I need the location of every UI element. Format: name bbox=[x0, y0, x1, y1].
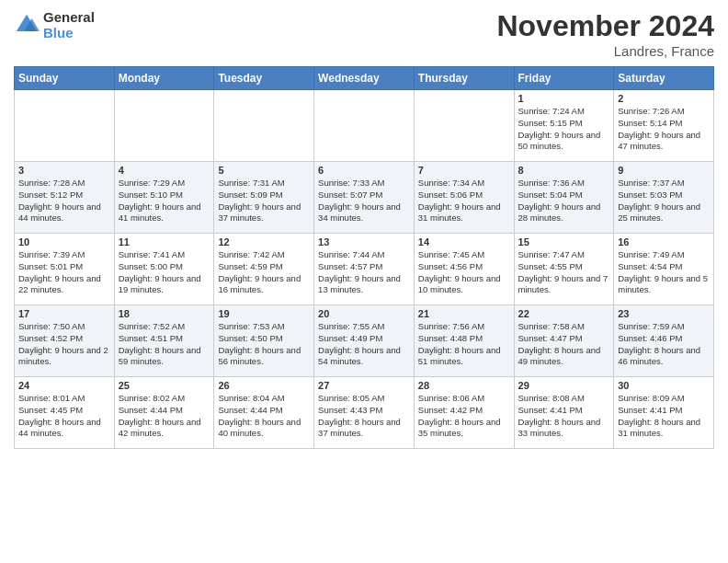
calendar-cell-w3-d6: 15Sunrise: 7:47 AM Sunset: 4:55 PM Dayli… bbox=[514, 234, 614, 305]
calendar-cell-w1-d7: 2Sunrise: 7:26 AM Sunset: 5:14 PM Daylig… bbox=[614, 90, 714, 162]
day-number: 25 bbox=[119, 380, 210, 391]
day-number: 22 bbox=[518, 308, 610, 319]
day-number: 4 bbox=[119, 165, 210, 176]
calendar-cell-w4-d2: 18Sunrise: 7:52 AM Sunset: 4:51 PM Dayli… bbox=[114, 305, 214, 377]
calendar-cell-w5-d7: 30Sunrise: 8:09 AM Sunset: 4:41 PM Dayli… bbox=[614, 377, 714, 449]
day-number: 29 bbox=[518, 380, 610, 391]
header: General Blue November 2024 Landres, Fran… bbox=[14, 9, 714, 59]
calendar-cell-w3-d3: 12Sunrise: 7:42 AM Sunset: 4:59 PM Dayli… bbox=[214, 234, 314, 305]
day-number: 30 bbox=[618, 380, 710, 391]
logo-text: General Blue bbox=[43, 9, 95, 40]
cell-info: Sunrise: 7:37 AM Sunset: 5:03 PM Dayligh… bbox=[618, 178, 710, 224]
page-container: General Blue November 2024 Landres, Fran… bbox=[0, 0, 728, 458]
calendar-cell-w2-d2: 4Sunrise: 7:29 AM Sunset: 5:10 PM Daylig… bbox=[114, 162, 214, 234]
calendar-cell-w1-d6: 1Sunrise: 7:24 AM Sunset: 5:15 PM Daylig… bbox=[514, 90, 614, 162]
cell-info: Sunrise: 7:56 AM Sunset: 4:48 PM Dayligh… bbox=[418, 321, 510, 368]
calendar-cell-w2-d5: 7Sunrise: 7:34 AM Sunset: 5:06 PM Daylig… bbox=[414, 162, 514, 234]
cell-info: Sunrise: 7:29 AM Sunset: 5:10 PM Dayligh… bbox=[119, 178, 210, 224]
week-row-2: 3Sunrise: 7:28 AM Sunset: 5:12 PM Daylig… bbox=[15, 162, 714, 234]
calendar-cell-w2-d6: 8Sunrise: 7:36 AM Sunset: 5:04 PM Daylig… bbox=[514, 162, 614, 234]
week-row-5: 24Sunrise: 8:01 AM Sunset: 4:45 PM Dayli… bbox=[15, 377, 714, 449]
day-number: 2 bbox=[618, 93, 710, 104]
day-number: 5 bbox=[218, 165, 310, 176]
calendar-cell-w3-d5: 14Sunrise: 7:45 AM Sunset: 4:56 PM Dayli… bbox=[414, 234, 514, 305]
cell-info: Sunrise: 7:47 AM Sunset: 4:55 PM Dayligh… bbox=[518, 249, 610, 296]
calendar-table: Sunday Monday Tuesday Wednesday Thursday… bbox=[14, 66, 714, 449]
cell-info: Sunrise: 7:44 AM Sunset: 4:57 PM Dayligh… bbox=[318, 249, 410, 296]
cell-info: Sunrise: 7:39 AM Sunset: 5:01 PM Dayligh… bbox=[18, 249, 110, 296]
calendar-cell-w1-d2 bbox=[114, 90, 214, 162]
day-number: 21 bbox=[418, 308, 510, 319]
cell-info: Sunrise: 7:55 AM Sunset: 4:49 PM Dayligh… bbox=[318, 321, 410, 368]
day-number: 7 bbox=[418, 165, 510, 176]
calendar-cell-w5-d1: 24Sunrise: 8:01 AM Sunset: 4:45 PM Dayli… bbox=[15, 377, 115, 449]
calendar-cell-w4-d1: 17Sunrise: 7:50 AM Sunset: 4:52 PM Dayli… bbox=[15, 305, 115, 377]
cell-info: Sunrise: 7:36 AM Sunset: 5:04 PM Dayligh… bbox=[518, 178, 610, 224]
calendar-cell-w3-d4: 13Sunrise: 7:44 AM Sunset: 4:57 PM Dayli… bbox=[314, 234, 415, 305]
day-number: 12 bbox=[218, 236, 310, 247]
day-number: 15 bbox=[518, 236, 610, 247]
calendar-cell-w4-d7: 23Sunrise: 7:59 AM Sunset: 4:46 PM Dayli… bbox=[614, 305, 714, 377]
col-sunday: Sunday bbox=[15, 67, 115, 90]
cell-info: Sunrise: 8:04 AM Sunset: 4:44 PM Dayligh… bbox=[218, 393, 310, 440]
week-row-4: 17Sunrise: 7:50 AM Sunset: 4:52 PM Dayli… bbox=[15, 305, 714, 377]
calendar-cell-w5-d4: 27Sunrise: 8:05 AM Sunset: 4:43 PM Dayli… bbox=[314, 377, 415, 449]
cell-info: Sunrise: 8:01 AM Sunset: 4:45 PM Dayligh… bbox=[18, 393, 110, 440]
cell-info: Sunrise: 7:34 AM Sunset: 5:06 PM Dayligh… bbox=[418, 178, 510, 224]
day-number: 10 bbox=[18, 236, 110, 247]
cell-info: Sunrise: 7:50 AM Sunset: 4:52 PM Dayligh… bbox=[18, 321, 110, 368]
logo-icon bbox=[14, 12, 40, 38]
calendar-cell-w1-d4 bbox=[314, 90, 415, 162]
cell-info: Sunrise: 7:58 AM Sunset: 4:47 PM Dayligh… bbox=[518, 321, 610, 368]
cell-info: Sunrise: 7:59 AM Sunset: 4:46 PM Dayligh… bbox=[618, 321, 710, 368]
day-number: 9 bbox=[618, 165, 710, 176]
day-number: 17 bbox=[18, 308, 110, 319]
calendar-cell-w4-d6: 22Sunrise: 7:58 AM Sunset: 4:47 PM Dayli… bbox=[514, 305, 614, 377]
calendar-header-row: Sunday Monday Tuesday Wednesday Thursday… bbox=[15, 67, 714, 90]
day-number: 16 bbox=[618, 236, 710, 247]
cell-info: Sunrise: 7:28 AM Sunset: 5:12 PM Dayligh… bbox=[18, 178, 110, 224]
calendar-cell-w2-d7: 9Sunrise: 7:37 AM Sunset: 5:03 PM Daylig… bbox=[614, 162, 714, 234]
cell-info: Sunrise: 7:52 AM Sunset: 4:51 PM Dayligh… bbox=[119, 321, 210, 368]
calendar-cell-w1-d1 bbox=[15, 90, 115, 162]
week-row-1: 1Sunrise: 7:24 AM Sunset: 5:15 PM Daylig… bbox=[15, 90, 714, 162]
day-number: 6 bbox=[318, 165, 410, 176]
calendar-cell-w4-d3: 19Sunrise: 7:53 AM Sunset: 4:50 PM Dayli… bbox=[214, 305, 314, 377]
cell-info: Sunrise: 7:33 AM Sunset: 5:07 PM Dayligh… bbox=[318, 178, 410, 224]
calendar-cell-w2-d4: 6Sunrise: 7:33 AM Sunset: 5:07 PM Daylig… bbox=[314, 162, 415, 234]
calendar-cell-w5-d2: 25Sunrise: 8:02 AM Sunset: 4:44 PM Dayli… bbox=[114, 377, 214, 449]
cell-info: Sunrise: 7:45 AM Sunset: 4:56 PM Dayligh… bbox=[418, 249, 510, 296]
day-number: 3 bbox=[18, 165, 110, 176]
col-saturday: Saturday bbox=[614, 67, 714, 90]
location: Landres, France bbox=[496, 43, 714, 59]
cell-info: Sunrise: 7:49 AM Sunset: 4:54 PM Dayligh… bbox=[618, 249, 710, 296]
calendar-cell-w5-d5: 28Sunrise: 8:06 AM Sunset: 4:42 PM Dayli… bbox=[414, 377, 514, 449]
cell-info: Sunrise: 8:02 AM Sunset: 4:44 PM Dayligh… bbox=[119, 393, 210, 440]
cell-info: Sunrise: 7:26 AM Sunset: 5:14 PM Dayligh… bbox=[618, 106, 710, 153]
cell-info: Sunrise: 8:05 AM Sunset: 4:43 PM Dayligh… bbox=[318, 393, 410, 440]
calendar-cell-w3-d1: 10Sunrise: 7:39 AM Sunset: 5:01 PM Dayli… bbox=[15, 234, 115, 305]
calendar-cell-w2-d3: 5Sunrise: 7:31 AM Sunset: 5:09 PM Daylig… bbox=[214, 162, 314, 234]
calendar-cell-w3-d7: 16Sunrise: 7:49 AM Sunset: 4:54 PM Dayli… bbox=[614, 234, 714, 305]
logo: General Blue bbox=[14, 9, 95, 40]
calendar-cell-w5-d6: 29Sunrise: 8:08 AM Sunset: 4:41 PM Dayli… bbox=[514, 377, 614, 449]
calendar-cell-w1-d5 bbox=[414, 90, 514, 162]
col-wednesday: Wednesday bbox=[314, 67, 415, 90]
day-number: 26 bbox=[218, 380, 310, 391]
cell-info: Sunrise: 7:42 AM Sunset: 4:59 PM Dayligh… bbox=[218, 249, 310, 296]
title-block: November 2024 Landres, France bbox=[496, 9, 714, 59]
day-number: 14 bbox=[418, 236, 510, 247]
calendar-cell-w2-d1: 3Sunrise: 7:28 AM Sunset: 5:12 PM Daylig… bbox=[15, 162, 115, 234]
cell-info: Sunrise: 7:53 AM Sunset: 4:50 PM Dayligh… bbox=[218, 321, 310, 368]
cell-info: Sunrise: 8:08 AM Sunset: 4:41 PM Dayligh… bbox=[518, 393, 610, 440]
day-number: 23 bbox=[618, 308, 710, 319]
calendar-cell-w4-d4: 20Sunrise: 7:55 AM Sunset: 4:49 PM Dayli… bbox=[314, 305, 415, 377]
calendar-cell-w5-d3: 26Sunrise: 8:04 AM Sunset: 4:44 PM Dayli… bbox=[214, 377, 314, 449]
cell-info: Sunrise: 8:09 AM Sunset: 4:41 PM Dayligh… bbox=[618, 393, 710, 440]
day-number: 24 bbox=[18, 380, 110, 391]
col-friday: Friday bbox=[514, 67, 614, 90]
week-row-3: 10Sunrise: 7:39 AM Sunset: 5:01 PM Dayli… bbox=[15, 234, 714, 305]
calendar-cell-w3-d2: 11Sunrise: 7:41 AM Sunset: 5:00 PM Dayli… bbox=[114, 234, 214, 305]
cell-info: Sunrise: 7:24 AM Sunset: 5:15 PM Dayligh… bbox=[518, 106, 610, 153]
cell-info: Sunrise: 7:41 AM Sunset: 5:00 PM Dayligh… bbox=[119, 249, 210, 296]
